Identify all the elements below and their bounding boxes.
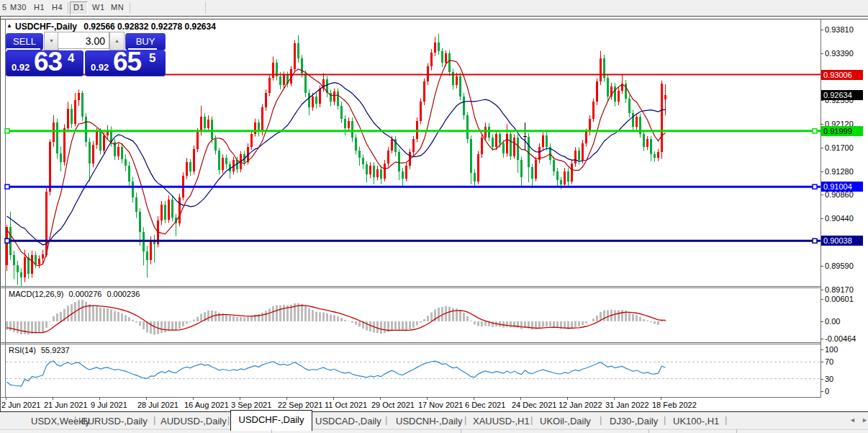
tab-separator: |	[385, 414, 387, 425]
volume-input[interactable]: 3.00	[58, 32, 109, 49]
price-tick-label: 0.93810	[825, 25, 854, 34]
rsi-tick-label: 30	[825, 375, 833, 383]
date-tick-mark	[193, 397, 194, 400]
price-tick-label: 0.91280	[825, 167, 854, 176]
rsi-tick-mark	[820, 362, 823, 362]
tab-ukoil-daily[interactable]: UKOil-,Daily	[540, 416, 591, 427]
sell-price-prefix: 0.92	[12, 62, 30, 73]
collapse-icon[interactable]: ▲	[6, 22, 12, 29]
tab-usdcnh-daily[interactable]: USDCNH-,Daily	[396, 416, 462, 427]
timeframe-button-mn[interactable]: MN	[111, 3, 124, 12]
macd-tick-mark	[820, 299, 823, 300]
mt4-window: ▲ USDCHF-,Daily 0.92566 0.92832 0.92278 …	[0, 0, 868, 433]
sell-price-display[interactable]: 0.92 63 4	[6, 50, 83, 76]
tab-separator: |	[530, 414, 533, 425]
tabs-scroll-right-icon[interactable]: ►	[862, 416, 868, 424]
toolbar-separator	[205, 2, 206, 14]
rsi-tick-label: 0	[825, 387, 829, 396]
date-label: 28 Jul 2021	[137, 401, 178, 409]
macd-tick-label: 0.00601	[825, 295, 854, 303]
price-tick-label: 0.93390	[825, 49, 854, 58]
timeframe-button-w1[interactable]: W1	[92, 3, 105, 12]
date-label: 12 Jan 2022	[559, 401, 602, 409]
date-label: 3 Sep 2021	[231, 401, 271, 409]
symbol-period-label: USDCHF-,Daily	[15, 22, 77, 32]
sell-price-sup: 4	[68, 51, 74, 66]
level-price-badge: 0.91999	[821, 126, 863, 136]
date-label: 31 Jan 2022	[605, 401, 649, 409]
macd-tick-mark	[820, 339, 823, 339]
date-tick-mark	[53, 397, 53, 400]
date-label: 2 Jun 2021	[1, 401, 40, 409]
rsi-label: RSI(14) 55.9237	[9, 346, 70, 354]
ohlc-values: 0.92566 0.92832 0.92278 0.92634	[83, 22, 216, 32]
level-price-badge: 0.93006	[821, 70, 863, 80]
price-tick-label: 0.91700	[825, 143, 854, 152]
price-tick-mark	[820, 53, 823, 54]
date-tick-mark	[567, 397, 568, 400]
date-label: 29 Oct 2021	[371, 401, 415, 409]
price-tick-mark	[820, 30, 823, 30]
level-price-badge: 0.91004	[821, 182, 863, 192]
tab-separator: |	[725, 414, 727, 425]
date-tick-mark	[661, 397, 661, 400]
date-tick-mark	[286, 397, 287, 400]
tab-eurusd-daily[interactable]: EURUSD-,Daily	[81, 416, 148, 427]
toolbar-separator	[68, 2, 68, 14]
tab-dj30-daily[interactable]: DJ30-,Daily	[610, 416, 658, 427]
buy-price-display[interactable]: 0.92 65 5	[85, 50, 166, 76]
tab-usdcad-daily[interactable]: USDCAD-,Daily	[315, 416, 381, 427]
price-tick-label: 0.90440	[825, 214, 854, 223]
date-tick-mark	[240, 397, 240, 400]
tab-usdchf-daily[interactable]: USDCHF-,Daily	[230, 410, 312, 431]
timeframe-button-5[interactable]: 5	[2, 3, 7, 12]
macd-tick-label: -0.00464	[825, 334, 856, 343]
date-tick-mark	[146, 397, 147, 400]
toolbar-separator	[130, 2, 130, 14]
tab-separator: |	[664, 414, 666, 425]
rsi-tick-label: 100	[825, 345, 838, 354]
timeframe-button-d1[interactable]: D1	[70, 1, 88, 15]
timeframe-button-h1[interactable]: H1	[34, 3, 45, 12]
price-tick-mark	[820, 124, 823, 125]
tab-uk100-h1[interactable]: UK100-,H1	[673, 416, 719, 427]
tab-separator: |	[74, 414, 76, 425]
level-price-badge: 0.90038	[821, 236, 863, 246]
date-label: 16 Aug 2021	[184, 401, 229, 409]
one-click-trade-panel: SELL ▼ 3.00 ▲ BUY 0.92 63 4 0.92 65 5	[6, 32, 165, 75]
macd-tick-mark	[820, 321, 823, 322]
tab-separator: |	[227, 414, 230, 425]
timeframe-button-h4[interactable]: H4	[52, 3, 63, 12]
timeframe-button-m30[interactable]: M30	[10, 3, 27, 12]
date-tick-mark	[427, 397, 428, 400]
price-tick-mark	[820, 290, 823, 290]
price-tick-mark	[820, 195, 823, 195]
date-label: 17 Nov 2021	[418, 401, 463, 409]
date-label: 22 Sep 2021	[278, 401, 322, 409]
price-tick-mark	[820, 171, 823, 172]
tab-audusd-daily[interactable]: AUDUSD-,Daily	[161, 416, 227, 427]
buy-price-big: 65	[113, 47, 141, 77]
statusbar-separator	[736, 429, 737, 433]
date-tick-mark	[6, 397, 6, 400]
chart-title: USDCHF-,Daily 0.92566 0.92832 0.92278 0.…	[15, 22, 216, 32]
date-tick-mark	[380, 397, 381, 400]
tab-separator: |	[153, 414, 155, 425]
date-tick-mark	[99, 397, 100, 400]
buy-price-sup: 5	[149, 51, 155, 66]
date-tick-mark	[474, 397, 474, 400]
price-tick-label: 0.89170	[825, 285, 854, 294]
status-bar	[0, 429, 868, 433]
statusbar-separator	[461, 429, 461, 433]
date-tick-mark	[333, 397, 334, 400]
date-label: 21 Jun 2021	[44, 401, 88, 409]
date-label: 6 Dec 2021	[465, 401, 505, 409]
rsi-tick-mark	[820, 391, 823, 392]
sell-price-big: 63	[34, 47, 62, 77]
price-tick-mark	[820, 148, 823, 148]
tabs-scroll-left-icon[interactable]: ◄	[849, 416, 856, 424]
tab-xauusd-h1[interactable]: XAUUSD-,H1	[473, 416, 530, 427]
price-tick-label: 0.89590	[825, 262, 854, 270]
rsi-tick-label: 70	[825, 357, 833, 366]
date-label: 24 Dec 2021	[512, 401, 556, 409]
